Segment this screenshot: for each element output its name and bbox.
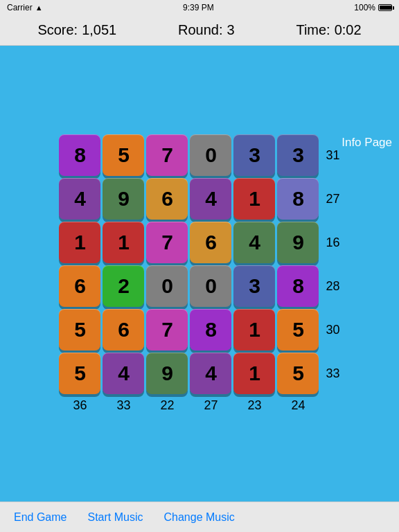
grid-cell[interactable]: 8 <box>59 134 100 176</box>
grid-cell[interactable]: 3 <box>233 134 275 176</box>
grid-cell[interactable]: 1 <box>233 353 275 394</box>
carrier-label: Carrier <box>7 3 33 12</box>
status-right: 100% <box>354 3 392 12</box>
row-sum: 33 <box>326 353 339 394</box>
grid-cell[interactable]: 5 <box>103 134 144 176</box>
grid-cell[interactable]: 4 <box>190 178 231 220</box>
grid-cell[interactable]: 5 <box>59 353 100 394</box>
row-sums: 312716283033 <box>326 134 339 394</box>
col-sum: 27 <box>190 398 231 413</box>
row-sum: 16 <box>326 222 339 263</box>
game-grid: 857033496418117649620038567815549415 <box>59 134 319 394</box>
grid-cell[interactable]: 9 <box>146 353 188 394</box>
grid-cell[interactable]: 8 <box>277 265 319 307</box>
start-music-button[interactable]: Start Music <box>87 511 143 524</box>
row-sum: 28 <box>326 265 339 307</box>
grid-cell[interactable]: 9 <box>277 222 319 263</box>
grid-cell[interactable]: 4 <box>59 178 100 220</box>
grid-cell[interactable]: 4 <box>233 222 275 263</box>
change-music-button[interactable]: Change Music <box>164 511 235 524</box>
status-bar: Carrier ▲ 9:39 PM 100% <box>0 0 399 15</box>
grid-cell[interactable]: 1 <box>103 222 144 263</box>
grid-cell[interactable]: 5 <box>277 353 319 394</box>
score-bar: Score: 1,051 Round: 3 Time: 0:02 <box>0 15 399 46</box>
grid-cell[interactable]: 6 <box>146 178 188 220</box>
grid-cell[interactable]: 0 <box>146 265 188 307</box>
row-sum: 27 <box>326 178 339 220</box>
grid-cell[interactable]: 1 <box>233 178 275 220</box>
round-item: Round: 3 <box>178 22 235 38</box>
round-label: Round: <box>178 22 223 38</box>
grid-and-row-sums: 857033496418117649620038567815549415 312… <box>59 134 339 394</box>
grid-cell[interactable]: 7 <box>146 134 188 176</box>
grid-cell[interactable]: 1 <box>59 222 100 263</box>
col-sums: 363322272324 <box>59 398 319 413</box>
grid-cell[interactable]: 3 <box>277 134 319 176</box>
row-sum: 30 <box>326 309 339 351</box>
col-sum: 36 <box>59 398 100 413</box>
grid-wrapper: 857033496418117649620038567815549415 312… <box>59 134 339 413</box>
grid-cell[interactable]: 0 <box>190 134 231 176</box>
grid-cell[interactable]: 1 <box>233 309 275 351</box>
grid-cell[interactable]: 4 <box>103 353 144 394</box>
grid-cell[interactable]: 8 <box>277 178 319 220</box>
col-sum: 33 <box>103 398 144 413</box>
grid-cell[interactable]: 6 <box>190 222 231 263</box>
grid-cell[interactable]: 0 <box>190 265 231 307</box>
round-value: 3 <box>227 22 235 38</box>
col-sum: 23 <box>233 398 275 413</box>
grid-cell[interactable]: 6 <box>59 265 100 307</box>
game-area: Info Page 857033496418117649620038567815… <box>0 46 399 502</box>
grid-cell[interactable]: 5 <box>277 309 319 351</box>
status-time: 9:39 PM <box>183 3 214 12</box>
grid-cell[interactable]: 7 <box>146 222 188 263</box>
time-label: Time: <box>296 22 330 38</box>
col-sum: 24 <box>277 398 319 413</box>
grid-cell[interactable]: 9 <box>103 178 144 220</box>
status-left: Carrier ▲ <box>7 3 43 12</box>
time-value: 0:02 <box>335 22 362 38</box>
battery-percent: 100% <box>354 3 375 12</box>
end-game-button[interactable]: End Game <box>14 511 66 524</box>
toolbar: End Game Start Music Change Music <box>0 502 399 532</box>
grid-cell[interactable]: 4 <box>190 353 231 394</box>
grid-cell[interactable]: 6 <box>103 309 144 351</box>
score-label: Score: <box>37 22 78 38</box>
grid-cell[interactable]: 7 <box>146 309 188 351</box>
grid-cell[interactable]: 3 <box>233 265 275 307</box>
info-page-button[interactable]: Info Page <box>342 136 392 150</box>
col-sum: 22 <box>146 398 188 413</box>
wifi-icon: ▲ <box>35 3 43 12</box>
row-sum: 31 <box>326 134 339 176</box>
grid-cell[interactable]: 2 <box>103 265 144 307</box>
score-value: 1,051 <box>82 22 116 38</box>
time-item: Time: 0:02 <box>296 22 361 38</box>
battery-icon <box>378 4 392 11</box>
score-item: Score: 1,051 <box>37 22 116 38</box>
grid-cell[interactable]: 5 <box>59 309 100 351</box>
grid-cell[interactable]: 8 <box>190 309 231 351</box>
